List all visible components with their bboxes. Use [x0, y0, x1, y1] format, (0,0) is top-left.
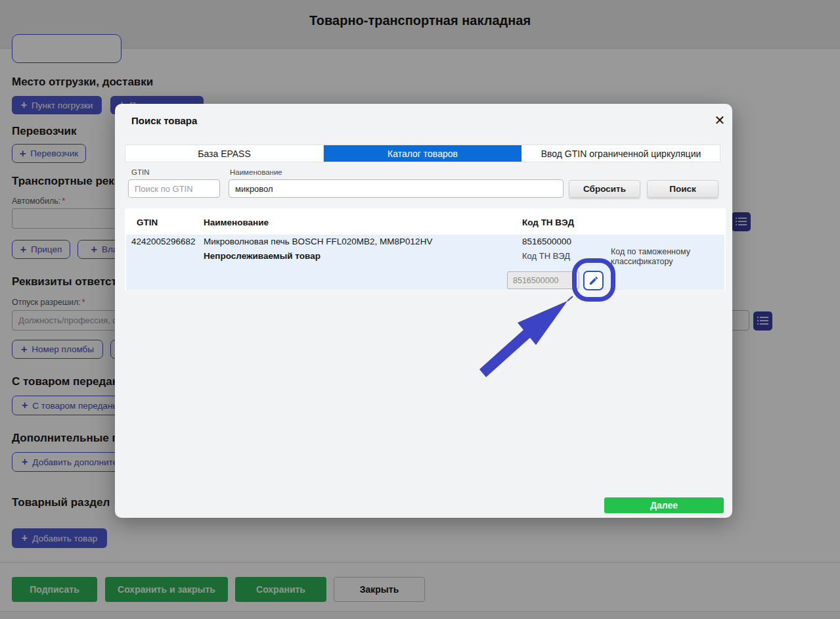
- row-code: 8516500000: [522, 237, 571, 246]
- app-screen: Товарно-транспортная накладная Место отг…: [0, 0, 840, 619]
- name-search-input[interactable]: [229, 179, 564, 198]
- name-filter-label: Наименование: [230, 168, 282, 176]
- next-button[interactable]: Далее: [604, 497, 724, 513]
- reset-label: Сбросить: [583, 184, 626, 194]
- col-header-gtin: GTIN: [137, 218, 158, 227]
- search-button[interactable]: Поиск: [647, 180, 718, 198]
- arrow-annotation: [460, 289, 578, 381]
- highlight-circle-annotation: [572, 258, 615, 302]
- modal-title: Поиск товара: [131, 115, 197, 126]
- row-traceability-flag: Непрослеживаемый товар: [204, 251, 321, 261]
- col-header-name: Наименование: [204, 218, 269, 227]
- tab-product-catalog[interactable]: Каталог товаров: [324, 145, 522, 162]
- tnved-code-input: [507, 271, 579, 289]
- next-label: Далее: [650, 500, 678, 511]
- close-icon[interactable]: ✕: [711, 111, 729, 129]
- gtin-filter-label: GTIN: [131, 168, 149, 176]
- search-label: Поиск: [669, 184, 696, 194]
- tab-epass-base[interactable]: База EPASS: [125, 145, 324, 162]
- modal-tabs: База EPASS Каталог товаров Ввод GTIN огр…: [125, 145, 720, 162]
- gtin-search-input[interactable]: [128, 179, 220, 198]
- tab-gtin-limited[interactable]: Ввод GTIN ограниченной циркуляции: [522, 145, 720, 162]
- row-gtin: 4242005296682: [131, 237, 196, 246]
- product-search-modal: [115, 104, 732, 518]
- col-header-code: Код ТН ВЭД: [522, 218, 574, 227]
- reset-button[interactable]: Сбросить: [569, 180, 640, 198]
- customs-classifier-label: Код по таможенному классификатору: [611, 247, 716, 266]
- row-code-label: Код ТН ВЭД: [522, 251, 570, 261]
- row-name: Микроволновая печь BOSCH FFL020MB2, MM8P…: [204, 237, 432, 246]
